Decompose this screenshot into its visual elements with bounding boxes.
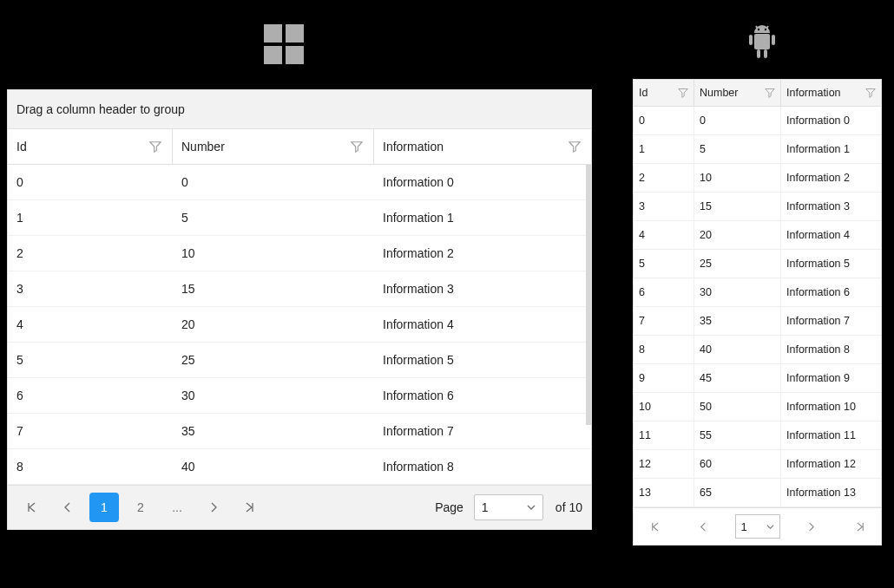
chevron-down-icon (766, 520, 774, 533)
filter-icon[interactable] (569, 140, 581, 153)
table-cell: 50 (694, 393, 781, 421)
table-cell: 15 (694, 193, 781, 220)
table-row[interactable]: 1260Information 12 (634, 450, 881, 479)
svg-rect-1 (286, 24, 304, 42)
column-header-label: Id (16, 140, 27, 154)
table-row[interactable]: 945Information 9 (634, 364, 881, 393)
next-page-button[interactable] (199, 493, 228, 522)
table-cell: 1 (634, 135, 694, 163)
table-row[interactable]: 840Information 8 (634, 336, 881, 364)
grid-body[interactable]: 00Information 015Information 1210Informa… (8, 165, 591, 485)
table-row[interactable]: 525Information 5 (634, 250, 881, 278)
table-cell: 0 (634, 107, 694, 134)
svg-rect-5 (749, 35, 753, 45)
table-cell: 25 (173, 343, 374, 377)
first-page-button[interactable] (637, 513, 672, 539)
page-select[interactable]: 1 (735, 514, 780, 539)
table-cell: 6 (634, 278, 694, 306)
table-cell: Information 8 (374, 449, 591, 484)
table-row[interactable]: 735Information 7 (634, 307, 881, 336)
table-cell: Information 0 (781, 107, 881, 134)
column-header-information[interactable]: Information (374, 129, 591, 164)
table-row[interactable]: 525Information 5 (8, 343, 591, 378)
table-row[interactable]: 1050Information 10 (634, 393, 881, 421)
page-select-value: 1 (482, 500, 489, 514)
pager: 1 2 ... Page 1 of 10 (8, 485, 591, 529)
table-cell: Information 4 (781, 221, 881, 249)
first-page-button[interactable] (16, 493, 46, 522)
table-cell: Information 12 (781, 450, 881, 478)
table-row[interactable]: 1365Information 13 (634, 479, 881, 507)
table-cell: 7 (634, 307, 694, 335)
grid-body[interactable]: 00Information 015Information 1210Informa… (634, 107, 881, 507)
table-cell: Information 7 (374, 414, 591, 448)
column-header-label: Id (639, 87, 647, 99)
filter-icon[interactable] (865, 88, 876, 98)
table-cell: Information 2 (781, 164, 881, 192)
table-cell: Information 0 (374, 165, 591, 199)
table-cell: 3 (8, 271, 173, 306)
table-row[interactable]: 1155Information 11 (634, 421, 881, 450)
last-page-button[interactable] (235, 493, 265, 522)
table-cell: Information 3 (781, 193, 881, 220)
table-cell: 7 (8, 414, 173, 448)
page-ellipsis-button[interactable]: ... (162, 493, 192, 522)
table-row[interactable]: 00Information 0 (8, 165, 591, 200)
svg-line-10 (766, 26, 769, 29)
prev-page-button[interactable] (686, 513, 720, 539)
prev-page-button[interactable] (53, 493, 82, 522)
table-row[interactable]: 315Information 3 (634, 193, 881, 221)
table-row[interactable]: 315Information 3 (8, 271, 591, 307)
column-header-information[interactable]: Information (781, 80, 881, 107)
page-select[interactable]: 1 (474, 494, 543, 520)
column-header-id[interactable]: Id (8, 129, 173, 164)
table-row[interactable]: 840Information 8 (8, 449, 591, 485)
table-cell: Information 2 (374, 236, 591, 271)
table-row[interactable]: 420Information 4 (634, 221, 881, 250)
table-row[interactable]: 420Information 4 (8, 307, 591, 343)
last-page-button[interactable] (843, 513, 878, 539)
table-row[interactable]: 630Information 6 (8, 378, 591, 414)
column-header-number[interactable]: Number (694, 80, 781, 107)
table-row[interactable]: 00Information 0 (634, 107, 881, 135)
table-cell: Information 6 (374, 378, 591, 413)
android-logo-icon (746, 24, 779, 62)
page-number-button[interactable]: 2 (126, 493, 155, 522)
table-cell: Information 1 (781, 135, 881, 163)
table-cell: Information 10 (781, 393, 881, 421)
table-cell: 12 (634, 450, 694, 478)
column-header-label: Information (383, 140, 444, 154)
table-row[interactable]: 15Information 1 (634, 135, 881, 164)
table-cell: 35 (694, 307, 781, 335)
table-cell: 40 (694, 336, 781, 363)
page-select-value: 1 (741, 520, 747, 533)
table-row[interactable]: 735Information 7 (8, 414, 591, 449)
table-cell: 5 (8, 343, 173, 377)
column-header-id[interactable]: Id (634, 80, 694, 107)
filter-icon[interactable] (765, 88, 775, 98)
filter-icon[interactable] (149, 140, 161, 153)
table-row[interactable]: 630Information 6 (634, 278, 881, 307)
table-cell: 0 (8, 165, 173, 199)
table-cell: 15 (173, 271, 374, 306)
table-cell: 11 (634, 421, 694, 449)
table-cell: Information 4 (374, 307, 591, 342)
page-number-button[interactable]: 1 (89, 493, 119, 522)
table-row[interactable]: 210Information 2 (634, 164, 881, 193)
table-cell: 5 (634, 250, 694, 278)
next-page-button[interactable] (794, 513, 829, 539)
table-row[interactable]: 210Information 2 (8, 236, 591, 271)
table-cell: 1 (8, 200, 173, 235)
chevron-down-icon (527, 500, 536, 514)
windows-logo-icon (264, 24, 304, 64)
svg-point-12 (765, 29, 766, 30)
column-header-number[interactable]: Number (173, 129, 374, 164)
group-panel[interactable]: Drag a column header to group (8, 90, 591, 129)
table-cell: Information 8 (781, 336, 881, 363)
table-cell: 4 (8, 307, 173, 342)
table-cell: 20 (173, 307, 374, 342)
filter-icon[interactable] (351, 140, 363, 153)
filter-icon[interactable] (678, 88, 688, 98)
table-cell: 20 (694, 221, 781, 249)
table-row[interactable]: 15Information 1 (8, 200, 591, 236)
